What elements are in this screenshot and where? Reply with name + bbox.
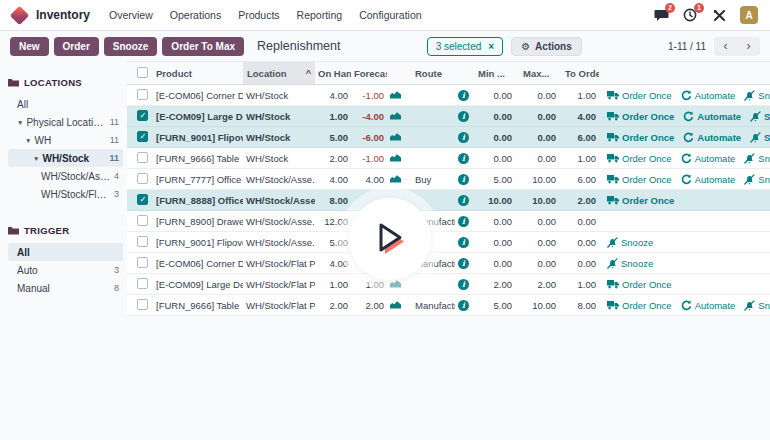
select-all-checkbox[interactable] <box>137 67 148 78</box>
info-icon[interactable]: i <box>458 216 469 227</box>
row-checkbox[interactable] <box>137 257 148 268</box>
menu-products[interactable]: Products <box>238 9 279 21</box>
row-checkbox[interactable] <box>137 152 148 163</box>
col-min[interactable]: Min ... <box>475 68 515 79</box>
sidebar-item-location-wh[interactable]: ▼WH11 <box>8 131 123 149</box>
sidebar-item-trigger-all[interactable]: All <box>8 243 123 261</box>
automate-button[interactable]: Automate <box>681 153 736 164</box>
product-cell[interactable]: [FURN_9666] Table <box>153 153 243 164</box>
snooze-button[interactable]: Snooze <box>607 237 653 248</box>
row-checkbox[interactable] <box>137 278 148 289</box>
row-checkbox[interactable] <box>137 110 148 121</box>
info-icon[interactable]: i <box>458 111 469 122</box>
tree-expand-icon[interactable]: ▼ <box>33 155 39 162</box>
inventory-app-icon[interactable] <box>10 5 30 25</box>
pager-previous-button[interactable]: ‹ <box>714 37 737 56</box>
order-button[interactable]: Order <box>54 37 99 56</box>
order-once-button[interactable]: Order Once <box>607 90 672 101</box>
col-forecast[interactable]: Forecast <box>351 68 387 79</box>
forecast-chart-icon[interactable] <box>390 300 401 309</box>
snooze-button[interactable]: Snooze <box>744 174 770 185</box>
product-cell[interactable]: [E-COM09] Large Desk <box>153 111 243 122</box>
snooze-button[interactable]: Snooze <box>744 153 770 164</box>
actions-button[interactable]: ⚙ Actions <box>511 37 582 56</box>
product-cell[interactable]: [FURN_9666] Table <box>153 300 243 311</box>
order-once-button[interactable]: Order Once <box>607 279 672 290</box>
product-cell[interactable]: [FURN_9001] Flipover <box>153 237 243 248</box>
forecast-chart-icon[interactable] <box>390 174 401 183</box>
sidebar-item-location-wh-stock-flat-p[interactable]: WH/Stock/Flat P...3 <box>8 185 123 203</box>
info-icon[interactable]: i <box>458 153 469 164</box>
clear-selection-icon[interactable]: × <box>488 41 494 52</box>
sidebar-item-location-wh-stock-asse[interactable]: WH/Stock/Asse...4 <box>8 167 123 185</box>
row-checkbox[interactable] <box>137 173 148 184</box>
table-row[interactable]: [E-COM06] Corner Desk ... WH/Stock/Flat … <box>127 253 770 274</box>
table-row[interactable]: [FURN_9666] Table WH/Stock/Flat P... 2.0… <box>127 295 770 316</box>
order-once-button[interactable]: Order Once <box>607 111 674 122</box>
table-row[interactable]: [FURN_8900] Drawer Black WH/Stock/Asse..… <box>127 211 770 232</box>
forecast-chart-icon[interactable] <box>390 90 401 99</box>
info-icon[interactable]: i <box>458 237 469 248</box>
product-cell[interactable]: [FURN_7777] Office Chair <box>153 174 243 185</box>
sidebar-item-trigger-manual[interactable]: Manual8 <box>8 279 123 297</box>
info-icon[interactable]: i <box>458 132 469 143</box>
info-icon[interactable]: i <box>458 300 469 311</box>
new-button[interactable]: New <box>10 37 49 56</box>
tree-expand-icon[interactable]: ▼ <box>17 119 23 126</box>
app-name[interactable]: Inventory <box>36 8 90 22</box>
activities-icon[interactable]: 1 <box>682 7 698 23</box>
product-cell[interactable]: [FURN_8900] Drawer Black <box>153 216 243 227</box>
col-route[interactable]: Route <box>407 68 455 79</box>
order-once-button[interactable]: Order Once <box>607 174 672 185</box>
order-once-button[interactable]: Order Once <box>607 132 674 143</box>
product-cell[interactable]: [FURN_9001] Flipover <box>153 132 243 143</box>
menu-configuration[interactable]: Configuration <box>359 9 421 21</box>
order-to-max-button[interactable]: Order To Max <box>162 37 244 56</box>
automate-button[interactable]: Automate <box>681 300 736 311</box>
snooze-button[interactable]: Snooze <box>750 132 770 143</box>
row-checkbox[interactable] <box>137 215 148 226</box>
col-on-hand[interactable]: On Hand <box>315 68 351 79</box>
info-icon[interactable]: i <box>458 90 469 101</box>
row-checkbox[interactable] <box>137 236 148 247</box>
table-row[interactable]: [FURN_8888] Office Lamp WH/Stock/Asse...… <box>127 190 770 211</box>
order-once-button[interactable]: Order Once <box>607 195 674 206</box>
user-avatar[interactable]: A <box>740 6 758 24</box>
tools-icon[interactable] <box>711 7 727 23</box>
automate-button[interactable]: Automate <box>683 111 741 122</box>
snooze-button[interactable]: Snooze <box>607 258 653 269</box>
messages-icon[interactable]: 2 <box>653 7 669 23</box>
forecast-chart-icon[interactable] <box>390 132 401 141</box>
row-checkbox[interactable] <box>137 194 148 205</box>
row-checkbox[interactable] <box>137 131 148 142</box>
product-cell[interactable]: [E-COM06] Corner Desk ... <box>153 258 243 269</box>
snooze-button[interactable]: Snooze <box>744 90 770 101</box>
sidebar-item-location-physical-locations[interactable]: ▼Physical Locations11 <box>8 113 123 131</box>
pager-next-button[interactable]: › <box>737 37 760 56</box>
automate-button[interactable]: Automate <box>681 90 736 101</box>
forecast-chart-icon[interactable] <box>390 153 401 162</box>
product-cell[interactable]: [E-COM09] Large Desk <box>153 279 243 290</box>
sidebar-item-location-wh-stock[interactable]: ▼WH/Stock11 <box>8 149 123 167</box>
snooze-button[interactable]: Snooze <box>744 300 770 311</box>
col-product[interactable]: Product <box>153 68 243 79</box>
video-play-overlay[interactable] <box>338 187 442 291</box>
table-row[interactable]: [FURN_9001] Flipover WH/Stock/Asse... 5.… <box>127 232 770 253</box>
snooze-button[interactable]: Snooze <box>104 37 158 56</box>
col-location[interactable]: Location ^ <box>243 62 315 84</box>
table-row[interactable]: [E-COM09] Large Desk WH/Stock 1.00 -4.00… <box>127 106 770 127</box>
order-once-button[interactable]: Order Once <box>607 300 672 311</box>
table-row[interactable]: [FURN_9001] Flipover WH/Stock 5.00 -6.00… <box>127 127 770 148</box>
tree-expand-icon[interactable]: ▼ <box>25 137 31 144</box>
menu-operations[interactable]: Operations <box>170 9 221 21</box>
automate-button[interactable]: Automate <box>683 132 741 143</box>
table-row[interactable]: [FURN_9666] Table WH/Stock 2.00 -1.00 i … <box>127 148 770 169</box>
row-checkbox[interactable] <box>137 89 148 100</box>
info-icon[interactable]: i <box>458 174 469 185</box>
automate-button[interactable]: Automate <box>681 174 736 185</box>
table-row[interactable]: [E-COM09] Large Desk WH/Stock/Flat P... … <box>127 274 770 295</box>
col-to-order[interactable]: To Order <box>559 68 599 79</box>
menu-reporting[interactable]: Reporting <box>297 9 343 21</box>
product-cell[interactable]: [E-COM06] Corner Desk ... <box>153 90 243 101</box>
menu-overview[interactable]: Overview <box>109 9 153 21</box>
